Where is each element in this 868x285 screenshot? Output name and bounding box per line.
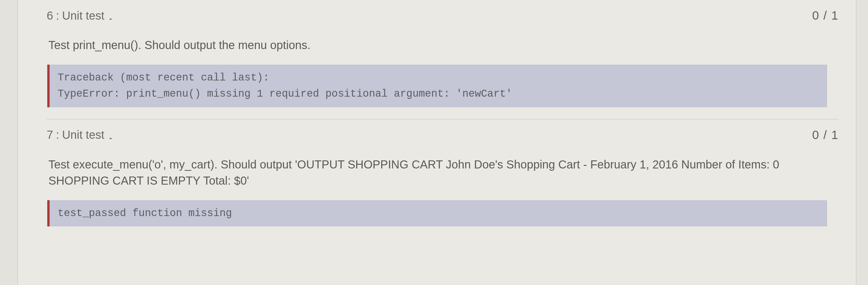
test-number: 7: [47, 129, 53, 141]
test-number-sep: :: [56, 9, 59, 22]
test-score: 0 / 1: [812, 128, 839, 142]
test-section-7: 7: Unit test 0 / 1 Test execute_menu('o'…: [47, 119, 839, 238]
test-label: Unit test: [62, 129, 104, 141]
test-description: Test print_menu(). Should output the men…: [47, 37, 839, 53]
test-number: 6: [47, 9, 53, 22]
error-output: test_passed function missing: [47, 200, 827, 227]
test-title-toggle[interactable]: 6: Unit test: [47, 9, 114, 22]
test-section-6: 6: Unit test 0 / 1 Test print_menu(). Sh…: [47, 0, 839, 119]
test-number-sep: :: [56, 129, 59, 141]
test-title-toggle[interactable]: 7: Unit test: [47, 129, 114, 141]
chevron-up-icon: [107, 132, 114, 139]
content-panel: 6: Unit test 0 / 1 Test print_menu(). Sh…: [17, 0, 857, 285]
error-output: Traceback (most recent call last): TypeE…: [47, 65, 827, 107]
test-score: 0 / 1: [812, 9, 839, 23]
test-header: 7: Unit test 0 / 1: [47, 128, 839, 142]
outer-frame: 6: Unit test 0 / 1 Test print_menu(). Sh…: [0, 0, 868, 285]
test-header: 6: Unit test 0 / 1: [47, 9, 839, 23]
test-label: Unit test: [62, 9, 104, 22]
chevron-up-icon: [107, 12, 114, 19]
test-description: Test execute_menu('o', my_cart). Should …: [47, 156, 839, 189]
